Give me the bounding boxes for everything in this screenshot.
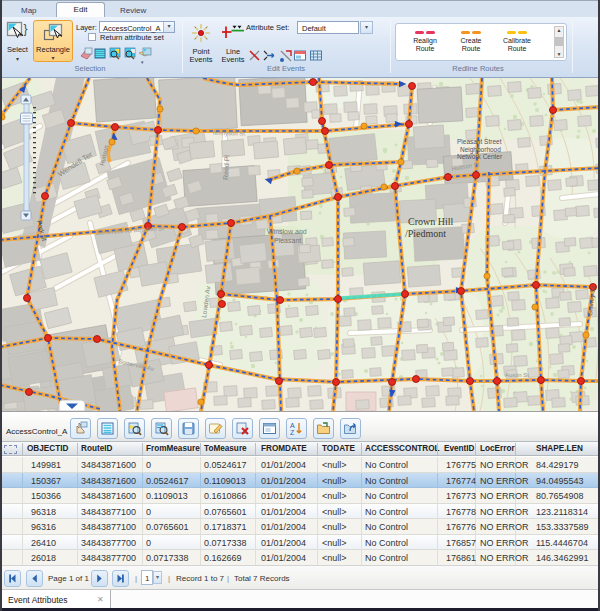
svg-text:Pleasant Street: Pleasant Street	[457, 138, 502, 145]
svg-text:Austin St: Austin St	[505, 372, 529, 378]
svg-text:Network Center: Network Center	[457, 153, 503, 160]
svg-text:}: }	[24, 22, 28, 36]
svg-text:Winslow and: Winslow and	[267, 228, 307, 235]
svg-text:A: A	[290, 422, 295, 429]
svg-text:Crown Hill: Crown Hill	[408, 216, 454, 227]
svg-text:Z: Z	[290, 429, 295, 436]
svg-text:Tennyson St: Tennyson St	[212, 130, 245, 137]
svg-text:/Piedmont: /Piedmont	[405, 228, 446, 239]
svg-text:Reed Pl: Reed Pl	[222, 154, 230, 180]
svg-text:Pleasant: Pleasant	[274, 237, 301, 244]
